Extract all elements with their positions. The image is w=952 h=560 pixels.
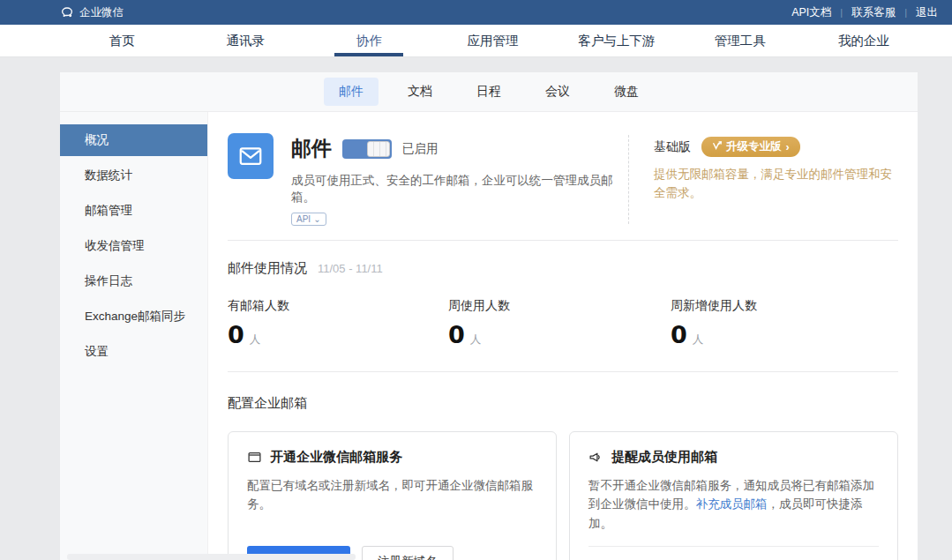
card-description: 配置已有域名或注册新域名，即可开通企业微信邮箱服务。 <box>247 476 537 514</box>
app-title: 邮件 <box>291 135 332 162</box>
edition-name: 基础版 <box>654 139 691 155</box>
card-description: 暂不开通企业微信邮箱服务，通知成员将已有邮箱添加到企业微信中使用。补充成员邮箱，… <box>588 476 879 534</box>
supplement-member-mailbox-link[interactable]: 补充成员邮箱 <box>696 497 768 511</box>
stat-value: 0 <box>448 321 465 348</box>
api-tag-label: API <box>296 214 311 224</box>
stat-label: 周使用人数 <box>448 298 671 314</box>
usage-title: 邮件使用情况 <box>228 260 307 277</box>
usage-section: 邮件使用情况 11/05 - 11/11 有邮箱人数 0 人 周使用人数 <box>228 241 898 372</box>
register-new-domain-button[interactable]: 注册新域名 <box>362 546 454 560</box>
envelope-icon <box>247 450 262 465</box>
sidebar-item-send-receive[interactable]: 收发信管理 <box>60 230 207 262</box>
tab-drive[interactable]: 微盘 <box>599 78 654 106</box>
topbar: 企业微信 API文档 | 联系客服 | 退出 <box>0 0 952 25</box>
card-remind-members: 提醒成员使用邮箱 暂不开通企业微信邮箱服务，通知成员将已有邮箱添加到企业微信中使… <box>569 431 898 560</box>
stat-mailbox-users: 有邮箱人数 0 人 <box>228 298 448 348</box>
nav-item-customers[interactable]: 客户与上下游 <box>555 25 678 56</box>
chevron-down-icon: ⌄ <box>313 214 320 224</box>
main-content: 邮件 已启用 成员可使用正式、安全的工作邮箱，企业可以统一管理成员邮箱。 API… <box>208 112 918 560</box>
usage-date-range: 11/05 - 11/11 <box>318 262 383 275</box>
chevron-right-icon: › <box>786 141 790 153</box>
logout-link[interactable]: 退出 <box>916 5 938 20</box>
content-panel: 邮件 文档 日程 会议 微盘 概况 数据统计 邮箱管理 收发信管理 操作日志 E… <box>60 72 918 560</box>
sidebar-item-overview[interactable]: 概况 <box>60 124 207 156</box>
separator: | <box>904 7 907 18</box>
edition-panel: 基础版 升级专业版 › <box>629 133 898 226</box>
sidebar-item-settings[interactable]: 设置 <box>60 336 207 368</box>
edition-description: 提供无限邮箱容量，满足专业的邮件管理和安全需求。 <box>654 166 898 203</box>
upgrade-pro-badge[interactable]: 升级专业版 › <box>701 137 800 157</box>
nav-item-collaboration[interactable]: 协作 <box>307 25 431 56</box>
mail-enabled-toggle[interactable] <box>342 139 392 159</box>
separator: | <box>840 7 843 18</box>
config-title: 配置企业邮箱 <box>228 395 898 412</box>
divider <box>588 546 879 547</box>
stat-weekly-new-users: 周新增使用人数 0 人 <box>671 298 891 348</box>
nav-item-home[interactable]: 首页 <box>60 25 184 56</box>
stat-unit: 人 <box>693 332 704 347</box>
stat-unit: 人 <box>470 332 482 347</box>
tab-mail[interactable]: 邮件 <box>324 78 379 106</box>
partially-visible-element <box>67 554 356 560</box>
config-section: 配置企业邮箱 开通企业微信邮箱服务 配置已有域名或 <box>228 372 898 560</box>
api-docs-link[interactable]: API文档 <box>791 5 831 20</box>
card-title: 提醒成员使用邮箱 <box>611 449 717 466</box>
stat-label: 有邮箱人数 <box>228 298 448 314</box>
stat-value: 0 <box>671 321 687 348</box>
api-dropdown[interactable]: API ⌄ <box>291 213 326 226</box>
nav-item-app-management[interactable]: 应用管理 <box>431 25 554 56</box>
sidebar-item-exchange-sync[interactable]: Exchange邮箱同步 <box>60 301 207 332</box>
app-header-left: 邮件 已启用 成员可使用正式、安全的工作邮箱，企业可以统一管理成员邮箱。 API… <box>228 133 628 226</box>
chat-bubble-icon <box>60 5 74 19</box>
description-text: 业微信中使用。 <box>612 497 696 511</box>
megaphone-icon <box>588 450 603 465</box>
usage-stats: 有邮箱人数 0 人 周使用人数 0 人 周新增使 <box>228 298 898 348</box>
sidebar: 概况 数据统计 邮箱管理 收发信管理 操作日志 Exchange邮箱同步 设置 <box>60 112 208 560</box>
brand-name: 企业微信 <box>79 5 124 20</box>
sidebar-item-statistics[interactable]: 数据统计 <box>60 160 207 191</box>
mail-app-icon <box>228 133 274 179</box>
card-activate-mail-service: 开通企业微信邮箱服务 配置已有域名或注册新域名，即可开通企业微信邮箱服务。 配置… <box>228 431 557 560</box>
upgrade-icon <box>712 141 722 153</box>
topbar-links: API文档 | 联系客服 | 退出 <box>791 5 938 20</box>
contact-support-link[interactable]: 联系客服 <box>851 5 896 20</box>
tab-meeting[interactable]: 会议 <box>530 78 585 106</box>
main-nav: 首页 通讯录 协作 应用管理 客户与上下游 管理工具 我的企业 <box>0 25 952 57</box>
tab-calendar[interactable]: 日程 <box>461 78 516 106</box>
app-description: 成员可使用正式、安全的工作邮箱，企业可以统一管理成员邮箱。 <box>291 173 628 206</box>
tab-docs[interactable]: 文档 <box>393 78 447 106</box>
nav-item-admin-tools[interactable]: 管理工具 <box>678 25 802 56</box>
stat-label: 周新增使用人数 <box>671 298 891 314</box>
sub-tabstrip: 邮件 文档 日程 会议 微盘 <box>60 72 918 112</box>
card-title: 开通企业微信邮箱服务 <box>270 449 402 466</box>
stat-value: 0 <box>228 321 244 348</box>
stat-weekly-active-users: 周使用人数 0 人 <box>448 298 671 348</box>
stat-unit: 人 <box>250 332 261 347</box>
sidebar-item-operation-log[interactable]: 操作日志 <box>60 265 207 297</box>
sidebar-item-mailbox-management[interactable]: 邮箱管理 <box>60 195 207 227</box>
nav-item-contacts[interactable]: 通讯录 <box>184 25 307 56</box>
nav-item-my-company[interactable]: 我的企业 <box>802 25 926 56</box>
brand[interactable]: 企业微信 <box>60 5 124 20</box>
app-header: 邮件 已启用 成员可使用正式、安全的工作邮箱，企业可以统一管理成员邮箱。 API… <box>228 133 898 241</box>
status-label: 已启用 <box>402 141 439 157</box>
upgrade-label: 升级专业版 <box>726 139 782 154</box>
